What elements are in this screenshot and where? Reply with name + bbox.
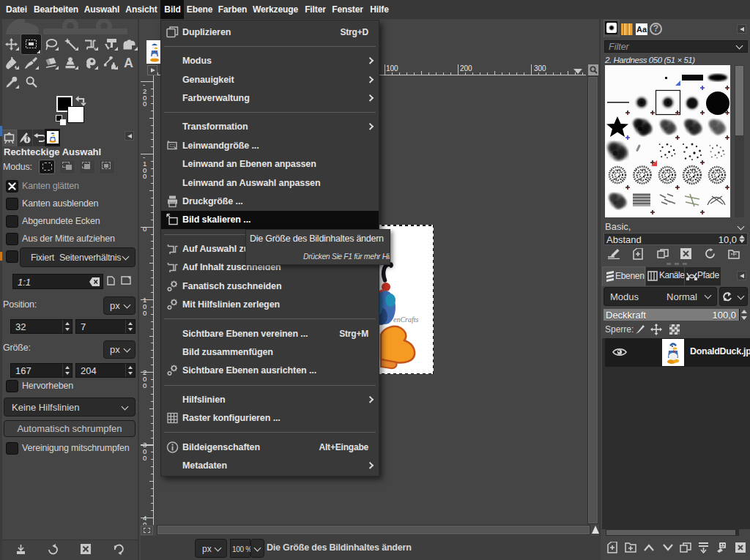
svg-text:enCrafts: enCrafts — [393, 316, 419, 324]
